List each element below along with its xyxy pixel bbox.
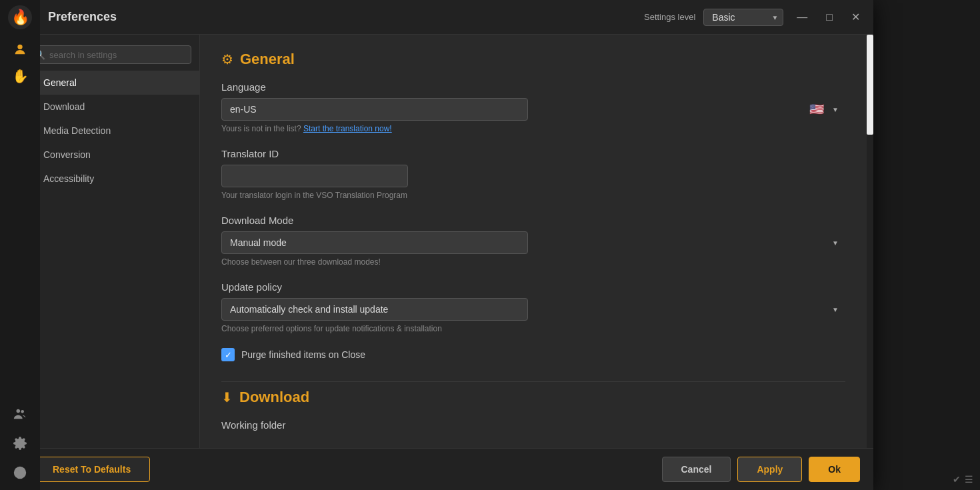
- svg-point-0: [17, 45, 22, 49]
- nav-label-general: General: [43, 77, 77, 88]
- sidebar-icon-people[interactable]: [8, 402, 32, 426]
- translation-link[interactable]: Start the translation now!: [303, 124, 392, 133]
- translator-id-field-group: Translator ID Your translator login in t…: [221, 148, 845, 200]
- search-wrapper: 🔍: [20, 41, 199, 71]
- translator-id-input[interactable]: [221, 165, 408, 187]
- nav-item-accessibility[interactable]: ▶ Accessibility: [20, 167, 199, 191]
- general-section-title: General: [240, 51, 295, 68]
- left-sidebar: 🔥 ✋: [0, 0, 40, 490]
- nav-label-media: Media Detection: [43, 125, 111, 136]
- update-policy-select[interactable]: Automatically check and install update C…: [221, 298, 528, 321]
- dialog-footer: Reset To Defaults Cancel Apply Ok: [20, 448, 873, 490]
- general-section-header: ⚙ General: [221, 51, 845, 68]
- search-input[interactable]: [49, 50, 185, 60]
- ok-button[interactable]: Ok: [809, 457, 860, 482]
- nav-label-accessibility: Accessibility: [43, 173, 94, 184]
- language-label: Language: [221, 81, 845, 93]
- cancel-button[interactable]: Cancel: [662, 457, 731, 482]
- download-section-icon: ⬇: [221, 389, 233, 405]
- status-icon-1: ✔: [953, 474, 961, 485]
- flag-icon: 🇺🇸: [809, 102, 824, 117]
- download-mode-select-wrapper[interactable]: Manual mode Automatic mode Semi-automati…: [221, 231, 845, 254]
- settings-level-label: Settings level: [644, 12, 695, 22]
- hint-text: Yours is not in the list?: [221, 124, 301, 133]
- language-hint: Yours is not in the list? Start the tran…: [221, 124, 845, 133]
- sidebar-icon-hand[interactable]: ✋: [8, 64, 32, 88]
- nav-label-download: Download: [43, 101, 85, 112]
- scrollbar-track[interactable]: [867, 35, 873, 448]
- download-mode-hint: Choose between our three download modes!: [221, 257, 845, 267]
- download-section-title: Download: [239, 389, 309, 406]
- apply-button[interactable]: Apply: [737, 457, 802, 482]
- download-mode-select[interactable]: Manual mode Automatic mode Semi-automati…: [221, 231, 528, 254]
- purge-checkbox-label: Purge finished items on Close: [241, 349, 365, 360]
- settings-level-wrapper[interactable]: Basic Advanced Expert: [703, 9, 783, 26]
- preferences-dialog: ⚙ Preferences Settings level Basic Advan…: [20, 0, 873, 490]
- status-icon-2: ☰: [965, 474, 973, 485]
- footer-right: Cancel Apply Ok: [662, 457, 861, 482]
- purge-checkbox-row[interactable]: ✓ Purge finished items on Close: [221, 348, 845, 361]
- translator-id-label: Translator ID: [221, 148, 845, 159]
- purge-checkbox[interactable]: ✓: [221, 348, 235, 361]
- title-right: Settings level Basic Advanced Expert — □…: [644, 8, 865, 26]
- minimize-button[interactable]: —: [791, 9, 813, 26]
- close-button[interactable]: ✕: [846, 8, 865, 26]
- nav-item-media-detection[interactable]: ▶ Media Detection: [20, 119, 199, 143]
- update-policy-hint: Choose preferred options for update noti…: [221, 324, 845, 333]
- working-folder-label: Working folder: [221, 419, 845, 431]
- maximize-button[interactable]: □: [821, 9, 838, 26]
- language-select[interactable]: en-US fr-FR de-DE: [221, 98, 528, 121]
- content-area: ⚙ General Language en-US fr-FR de-DE 🇺🇸 …: [200, 35, 867, 448]
- title-bar: ⚙ Preferences Settings level Basic Advan…: [20, 0, 873, 35]
- language-select-wrapper[interactable]: en-US fr-FR de-DE 🇺🇸 ▼: [221, 98, 845, 121]
- title-left: ⚙ Preferences: [28, 9, 117, 26]
- nav-item-download[interactable]: ▶ Download: [20, 95, 199, 119]
- update-policy-label: Update policy: [221, 281, 845, 293]
- dialog-body: 🔍 ▶ General ▶ Download ▶ Media Detection…: [20, 35, 873, 448]
- nav-label-conversion: Conversion: [43, 149, 91, 160]
- download-mode-label: Download Mode: [221, 215, 845, 226]
- search-box[interactable]: 🔍: [28, 45, 191, 64]
- svg-point-2: [21, 410, 24, 413]
- nav-panel: 🔍 ▶ General ▶ Download ▶ Media Detection…: [20, 35, 200, 448]
- sidebar-icon-settings[interactable]: [8, 431, 32, 455]
- general-section-icon: ⚙: [221, 51, 233, 67]
- flag-arrow-icon: ▼: [832, 106, 839, 113]
- download-section-header: ⬇ Download: [221, 389, 845, 406]
- svg-point-1: [17, 409, 21, 413]
- bottom-status: ✔ ☰: [953, 474, 973, 485]
- settings-level-select[interactable]: Basic Advanced Expert: [703, 9, 783, 26]
- download-section: ⬇ Download Working folder: [221, 381, 845, 431]
- reset-button[interactable]: Reset To Defaults: [33, 457, 150, 482]
- sidebar-icon-help[interactable]: [8, 461, 32, 485]
- app-logo: 🔥: [8, 5, 32, 29]
- sidebar-icon-user[interactable]: [8, 37, 32, 61]
- scrollbar-thumb[interactable]: [867, 35, 873, 135]
- language-field-group: Language en-US fr-FR de-DE 🇺🇸 ▼ Yours is…: [221, 81, 845, 133]
- update-policy-field-group: Update policy Automatically check and in…: [221, 281, 845, 333]
- nav-item-general[interactable]: ▶ General: [20, 71, 199, 95]
- update-policy-select-wrapper[interactable]: Automatically check and install update C…: [221, 298, 845, 321]
- translator-id-hint: Your translator login in the VSO Transla…: [221, 191, 845, 200]
- nav-item-conversion[interactable]: ▶ Conversion: [20, 143, 199, 167]
- dialog-title: Preferences: [48, 10, 117, 24]
- download-mode-field-group: Download Mode Manual mode Automatic mode…: [221, 215, 845, 267]
